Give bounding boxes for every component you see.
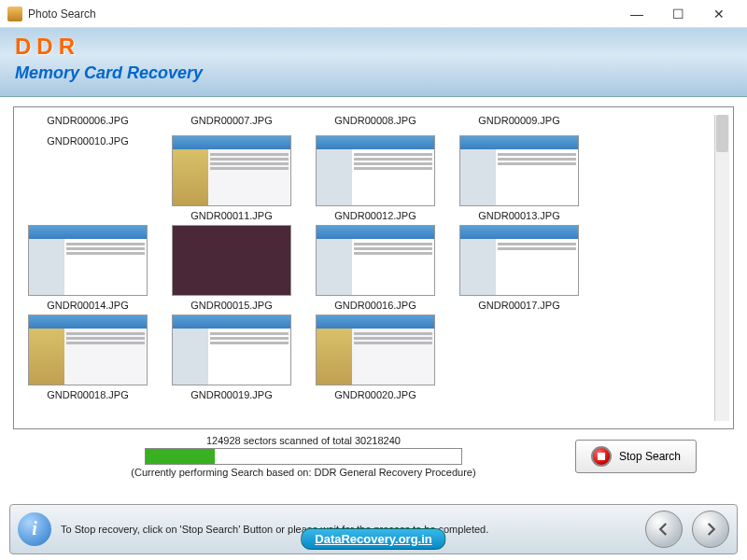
progress-area: 124928 sectors scanned of total 30218240… — [13, 429, 734, 478]
file-name: GNDR00008.JPG — [334, 115, 416, 126]
titlebar: Photo Search — ☐ ✕ — [0, 0, 747, 28]
file-name: GNDR00012.JPG — [334, 210, 416, 221]
file-thumbnail — [172, 315, 291, 385]
website-link[interactable]: DataRecovery.org.in — [301, 528, 445, 550]
file-thumbnail — [172, 225, 291, 296]
app-icon — [7, 7, 22, 21]
file-name: GNDR00017.JPG — [478, 300, 559, 311]
file-item[interactable]: GNDR00012.JPG — [311, 135, 440, 221]
stop-label: Stop Search — [619, 450, 681, 463]
file-thumbnail — [316, 225, 435, 296]
window-title: Photo Search — [28, 7, 616, 21]
file-item[interactable]: GNDR00008.JPG — [311, 115, 440, 132]
app-subtitle: Memory Card Recovery — [15, 63, 732, 83]
thumbnail-grid: GNDR00006.JPG GNDR00007.JPG GNDR00008.JP… — [23, 115, 714, 421]
file-name: GNDR00013.JPG — [478, 210, 559, 221]
file-name: GNDR00019.JPG — [190, 389, 272, 400]
progress-subtext: (Currently performing Search based on: D… — [50, 467, 557, 478]
file-name: GNDR00014.JPG — [47, 300, 128, 311]
file-name: GNDR00018.JPG — [47, 389, 128, 400]
file-thumbnail — [172, 135, 291, 206]
file-name: GNDR00015.JPG — [190, 300, 272, 311]
file-name: GNDR00006.JPG — [47, 115, 128, 126]
progress-text: 124928 sectors scanned of total 30218240 — [50, 435, 557, 446]
progress-bar — [145, 448, 462, 465]
file-thumbnail — [316, 315, 435, 385]
progress-fill — [146, 449, 215, 464]
file-item[interactable]: GNDR00010.JPG — [23, 135, 152, 221]
file-item[interactable]: GNDR00016.JPG — [311, 225, 440, 311]
scrollbar[interactable] — [714, 115, 729, 421]
file-name: GNDR00009.JPG — [478, 115, 559, 126]
file-name: GNDR00016.JPG — [334, 300, 416, 311]
maximize-button[interactable]: ☐ — [657, 1, 698, 27]
next-button[interactable] — [692, 511, 729, 548]
file-thumbnail — [316, 135, 435, 206]
file-item[interactable]: GNDR00015.JPG — [167, 225, 296, 311]
file-thumbnail — [28, 225, 148, 296]
file-thumbnail — [459, 225, 579, 296]
brand-logo: DDR — [15, 34, 732, 60]
footer-bar: To Stop recovery, click on 'Stop Search'… — [9, 504, 738, 554]
header-banner: DDR Memory Card Recovery — [0, 28, 747, 97]
file-item[interactable]: GNDR00018.JPG — [23, 315, 152, 400]
info-icon — [18, 512, 51, 546]
file-item[interactable]: GNDR00011.JPG — [167, 135, 296, 221]
scrollbar-thumb[interactable] — [716, 115, 728, 152]
file-thumbnail — [28, 315, 148, 385]
back-button[interactable] — [645, 511, 683, 548]
file-item[interactable]: GNDR00007.JPG — [167, 115, 296, 132]
minimize-button[interactable]: — — [616, 1, 657, 27]
file-name: GNDR00010.JPG — [47, 135, 128, 147]
results-panel: GNDR00006.JPG GNDR00007.JPG GNDR00008.JP… — [13, 106, 734, 429]
close-button[interactable]: ✕ — [698, 1, 740, 27]
file-item[interactable]: GNDR00019.JPG — [167, 315, 296, 400]
file-item[interactable]: GNDR00020.JPG — [311, 315, 440, 400]
file-item[interactable]: GNDR00014.JPG — [23, 225, 152, 311]
file-item[interactable]: GNDR00006.JPG — [23, 115, 152, 132]
stop-search-button[interactable]: Stop Search — [575, 440, 697, 473]
file-name: GNDR00007.JPG — [190, 115, 272, 126]
file-item[interactable]: GNDR00013.JPG — [455, 135, 584, 221]
file-name: GNDR00020.JPG — [334, 389, 416, 400]
stop-icon — [591, 446, 612, 467]
file-thumbnail — [459, 135, 579, 206]
file-name: GNDR00011.JPG — [190, 210, 272, 221]
file-item[interactable]: GNDR00009.JPG — [455, 115, 584, 132]
file-item[interactable]: GNDR00017.JPG — [455, 225, 584, 311]
